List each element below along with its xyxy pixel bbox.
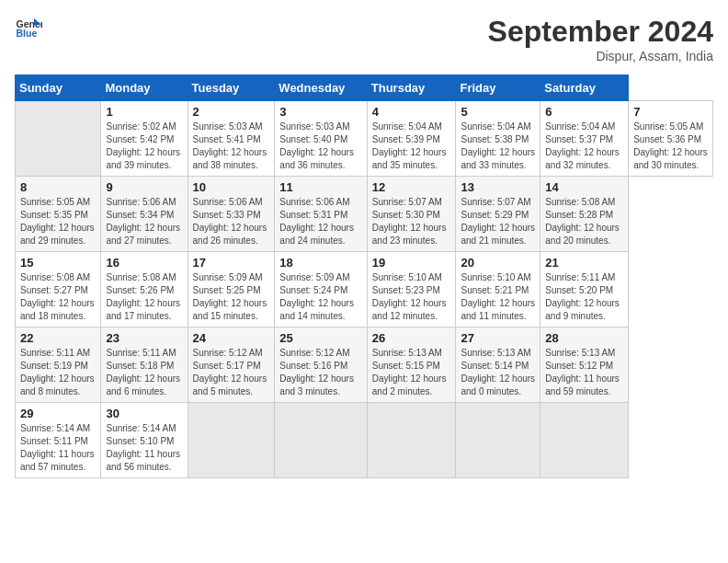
day-info: Sunrise: 5:12 AM Sunset: 5:16 PM Dayligh… xyxy=(279,347,361,398)
calendar-cell: 1 Sunrise: 5:02 AM Sunset: 5:42 PM Dayli… xyxy=(101,101,188,177)
calendar-cell xyxy=(367,403,456,478)
calendar-cell: 4 Sunrise: 5:04 AM Sunset: 5:39 PM Dayli… xyxy=(367,101,456,177)
day-info: Sunrise: 5:10 AM Sunset: 5:23 PM Dayligh… xyxy=(372,271,451,323)
calendar-cell xyxy=(188,403,275,478)
day-number: 8 xyxy=(20,180,96,194)
day-info: Sunrise: 5:12 AM Sunset: 5:17 PM Dayligh… xyxy=(193,347,270,398)
day-info: Sunrise: 5:09 AM Sunset: 5:24 PM Dayligh… xyxy=(279,271,361,323)
day-info: Sunrise: 5:08 AM Sunset: 5:26 PM Dayligh… xyxy=(106,271,182,323)
day-info: Sunrise: 5:11 AM Sunset: 5:18 PM Dayligh… xyxy=(106,347,182,398)
calendar-cell: 23 Sunrise: 5:11 AM Sunset: 5:18 PM Dayl… xyxy=(101,327,188,403)
day-info: Sunrise: 5:08 AM Sunset: 5:28 PM Dayligh… xyxy=(545,196,623,247)
day-number: 22 xyxy=(20,331,96,345)
day-number: 15 xyxy=(20,256,96,270)
calendar-cell: 2 Sunrise: 5:03 AM Sunset: 5:41 PM Dayli… xyxy=(188,101,275,177)
day-info: Sunrise: 5:07 AM Sunset: 5:30 PM Dayligh… xyxy=(372,196,451,247)
day-number: 5 xyxy=(461,105,535,119)
day-header-monday: Monday xyxy=(101,75,188,101)
day-header-friday: Friday xyxy=(456,75,540,101)
day-number: 25 xyxy=(279,331,361,345)
day-info: Sunrise: 5:06 AM Sunset: 5:33 PM Dayligh… xyxy=(193,196,270,247)
day-number: 30 xyxy=(106,407,182,420)
calendar-cell: 13 Sunrise: 5:07 AM Sunset: 5:29 PM Dayl… xyxy=(456,177,540,252)
day-info: Sunrise: 5:13 AM Sunset: 5:15 PM Dayligh… xyxy=(372,347,451,398)
day-info: Sunrise: 5:03 AM Sunset: 5:41 PM Dayligh… xyxy=(193,121,270,172)
day-info: Sunrise: 5:11 AM Sunset: 5:19 PM Dayligh… xyxy=(20,347,96,398)
day-number: 7 xyxy=(633,105,708,119)
calendar-cell: 7 Sunrise: 5:05 AM Sunset: 5:36 PM Dayli… xyxy=(629,101,713,177)
calendar-cell: 28 Sunrise: 5:13 AM Sunset: 5:12 PM Dayl… xyxy=(540,327,629,403)
day-number: 28 xyxy=(545,331,623,345)
week-row-4: 22 Sunrise: 5:11 AM Sunset: 5:19 PM Dayl… xyxy=(16,327,713,403)
day-number: 11 xyxy=(279,180,361,194)
day-info: Sunrise: 5:04 AM Sunset: 5:38 PM Dayligh… xyxy=(461,121,535,172)
week-row-1: 1 Sunrise: 5:02 AM Sunset: 5:42 PM Dayli… xyxy=(16,101,713,177)
day-number: 9 xyxy=(106,180,182,194)
day-header-sunday: Sunday xyxy=(16,75,101,101)
day-info: Sunrise: 5:10 AM Sunset: 5:21 PM Dayligh… xyxy=(461,271,535,323)
day-number: 4 xyxy=(372,105,451,119)
calendar-cell: 16 Sunrise: 5:08 AM Sunset: 5:26 PM Dayl… xyxy=(101,252,188,327)
day-number: 10 xyxy=(193,180,270,194)
month-title: September 2024 xyxy=(488,15,713,49)
page-header: General Blue September 2024 Dispur, Assa… xyxy=(15,15,713,63)
calendar-cell: 14 Sunrise: 5:08 AM Sunset: 5:28 PM Dayl… xyxy=(540,177,629,252)
week-row-3: 15 Sunrise: 5:08 AM Sunset: 5:27 PM Dayl… xyxy=(16,252,713,327)
day-number: 26 xyxy=(372,331,451,345)
day-info: Sunrise: 5:14 AM Sunset: 5:10 PM Dayligh… xyxy=(106,422,182,474)
day-header-tuesday: Tuesday xyxy=(188,75,275,101)
calendar-cell: 3 Sunrise: 5:03 AM Sunset: 5:40 PM Dayli… xyxy=(275,101,367,177)
day-number: 3 xyxy=(279,105,361,119)
calendar-cell: 10 Sunrise: 5:06 AM Sunset: 5:33 PM Dayl… xyxy=(188,177,275,252)
calendar-cell: 20 Sunrise: 5:10 AM Sunset: 5:21 PM Dayl… xyxy=(456,252,540,327)
calendar-cell: 15 Sunrise: 5:08 AM Sunset: 5:27 PM Dayl… xyxy=(16,252,101,327)
day-info: Sunrise: 5:13 AM Sunset: 5:12 PM Dayligh… xyxy=(545,347,623,398)
calendar-cell: 9 Sunrise: 5:06 AM Sunset: 5:34 PM Dayli… xyxy=(101,177,188,252)
day-info: Sunrise: 5:13 AM Sunset: 5:14 PM Dayligh… xyxy=(461,347,535,398)
week-row-5: 29 Sunrise: 5:14 AM Sunset: 5:11 PM Dayl… xyxy=(16,403,713,478)
day-info: Sunrise: 5:06 AM Sunset: 5:31 PM Dayligh… xyxy=(279,196,361,247)
calendar-cell: 19 Sunrise: 5:10 AM Sunset: 5:23 PM Dayl… xyxy=(367,252,456,327)
day-number: 23 xyxy=(106,331,182,345)
day-number: 18 xyxy=(279,256,361,270)
day-number: 2 xyxy=(193,105,270,119)
title-block: September 2024 Dispur, Assam, India xyxy=(488,15,713,63)
logo: General Blue xyxy=(15,15,42,42)
calendar-cell: 8 Sunrise: 5:05 AM Sunset: 5:35 PM Dayli… xyxy=(16,177,101,252)
calendar-cell: 26 Sunrise: 5:13 AM Sunset: 5:15 PM Dayl… xyxy=(367,327,456,403)
day-header-thursday: Thursday xyxy=(367,75,456,101)
day-number: 16 xyxy=(106,256,182,270)
day-number: 19 xyxy=(372,256,451,270)
day-info: Sunrise: 5:02 AM Sunset: 5:42 PM Dayligh… xyxy=(106,121,182,172)
day-number: 1 xyxy=(106,105,182,119)
day-info: Sunrise: 5:03 AM Sunset: 5:40 PM Dayligh… xyxy=(279,121,361,172)
day-info: Sunrise: 5:07 AM Sunset: 5:29 PM Dayligh… xyxy=(461,196,535,247)
day-number: 29 xyxy=(20,407,96,420)
calendar-cell: 22 Sunrise: 5:11 AM Sunset: 5:19 PM Dayl… xyxy=(16,327,101,403)
day-info: Sunrise: 5:11 AM Sunset: 5:20 PM Dayligh… xyxy=(545,271,623,323)
calendar-table: SundayMondayTuesdayWednesdayThursdayFrid… xyxy=(15,75,713,478)
day-info: Sunrise: 5:05 AM Sunset: 5:36 PM Dayligh… xyxy=(633,121,708,172)
calendar-cell: 30 Sunrise: 5:14 AM Sunset: 5:10 PM Dayl… xyxy=(101,403,188,478)
calendar-cell: 27 Sunrise: 5:13 AM Sunset: 5:14 PM Dayl… xyxy=(456,327,540,403)
day-info: Sunrise: 5:09 AM Sunset: 5:25 PM Dayligh… xyxy=(193,271,270,323)
day-info: Sunrise: 5:04 AM Sunset: 5:37 PM Dayligh… xyxy=(545,121,623,172)
calendar-cell: 29 Sunrise: 5:14 AM Sunset: 5:11 PM Dayl… xyxy=(16,403,101,478)
calendar-cell: 11 Sunrise: 5:06 AM Sunset: 5:31 PM Dayl… xyxy=(275,177,367,252)
day-info: Sunrise: 5:14 AM Sunset: 5:11 PM Dayligh… xyxy=(20,422,96,474)
day-number: 14 xyxy=(545,180,623,194)
calendar-cell: 17 Sunrise: 5:09 AM Sunset: 5:25 PM Dayl… xyxy=(188,252,275,327)
calendar-cell: 5 Sunrise: 5:04 AM Sunset: 5:38 PM Dayli… xyxy=(456,101,540,177)
day-header-wednesday: Wednesday xyxy=(275,75,367,101)
location-subtitle: Dispur, Assam, India xyxy=(488,49,713,63)
day-number: 17 xyxy=(193,256,270,270)
calendar-cell: 18 Sunrise: 5:09 AM Sunset: 5:24 PM Dayl… xyxy=(275,252,367,327)
day-number: 21 xyxy=(545,256,623,270)
day-number: 12 xyxy=(372,180,451,194)
day-number: 20 xyxy=(461,256,535,270)
calendar-cell xyxy=(456,403,540,478)
day-number: 6 xyxy=(545,105,623,119)
calendar-cell: 6 Sunrise: 5:04 AM Sunset: 5:37 PM Dayli… xyxy=(540,101,629,177)
day-info: Sunrise: 5:04 AM Sunset: 5:39 PM Dayligh… xyxy=(372,121,451,172)
calendar-cell xyxy=(16,101,101,177)
